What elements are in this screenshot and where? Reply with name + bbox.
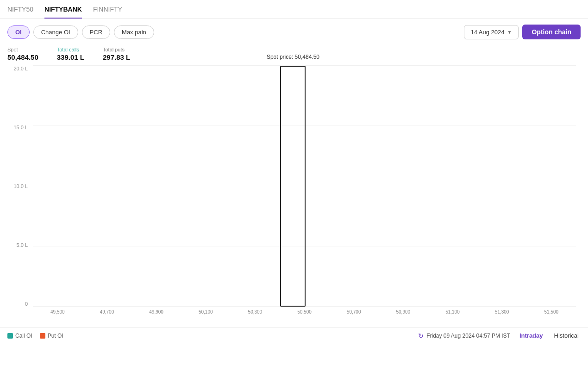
chart-area: 0 5.0 L 10.0 L 15.0 L 20.0 L Spot price:… (0, 66, 588, 325)
spot-value: 50,484.50 (7, 53, 38, 61)
y-label-5: 5.0 L (7, 242, 31, 248)
y-label-15: 15.0 L (7, 125, 31, 130)
x-label: 50,700 (329, 307, 379, 325)
change-oi-button[interactable]: Change OI (33, 25, 78, 39)
x-label: 50,100 (181, 307, 231, 325)
date-selector[interactable]: 14 Aug 2024 ▼ (464, 25, 519, 39)
calls-stat: Total calls 339.01 L (57, 47, 84, 61)
puts-label: Total puts (103, 47, 130, 52)
call-oi-legend: Call OI (7, 333, 32, 339)
nav-niftybank[interactable]: NIFTYBANK (44, 6, 82, 19)
call-color-swatch (7, 333, 13, 339)
put-color-swatch (40, 333, 45, 339)
footer-right: ↻ Friday 09 Aug 2024 04:57 PM IST Intrad… (418, 331, 581, 340)
historical-button[interactable]: Historical (552, 331, 581, 340)
call-oi-label: Call OI (15, 333, 32, 339)
x-label: 50,500 (280, 307, 329, 325)
chart-container: 0 5.0 L 10.0 L 15.0 L 20.0 L Spot price:… (7, 66, 581, 325)
stats-row: Spot 50,484.50 Total calls 339.01 L Tota… (0, 45, 588, 66)
calls-label: Total calls (57, 47, 84, 52)
x-label: 49,500 (33, 307, 82, 325)
legend: Call OI Put OI (7, 333, 63, 339)
option-chain-button[interactable]: Option chain (522, 25, 581, 39)
x-label: 51,100 (428, 307, 477, 325)
x-label: 49,700 (82, 307, 132, 325)
put-oi-label: Put OI (48, 333, 63, 339)
calls-value: 339.01 L (57, 53, 84, 61)
max-pain-button[interactable]: Max pain (114, 25, 154, 39)
spot-stat: Spot 50,484.50 (7, 47, 38, 61)
y-label-10: 10.0 L (7, 183, 31, 189)
x-label: 49,900 (131, 307, 181, 325)
chart-inner: Spot price: 50,484.50 (33, 66, 576, 307)
refresh-icon[interactable]: ↻ (418, 332, 424, 340)
footer-time: ↻ Friday 09 Aug 2024 04:57 PM IST (418, 332, 510, 340)
y-axis: 0 5.0 L 10.0 L 15.0 L 20.0 L (7, 66, 31, 307)
y-label-20: 20.0 L (7, 66, 31, 71)
top-nav: NIFTY50 NIFTYBANK FINNIFTY (0, 0, 588, 19)
toolbar: OI Change OI PCR Max pain 14 Aug 2024 ▼ … (0, 19, 588, 45)
x-label: 50,300 (231, 307, 280, 325)
x-label: 51,500 (526, 307, 576, 325)
put-oi-legend: Put OI (40, 333, 63, 339)
intraday-button[interactable]: Intraday (518, 331, 545, 340)
chevron-down-icon: ▼ (507, 30, 512, 35)
x-label: 51,300 (477, 307, 527, 325)
pcr-button[interactable]: PCR (82, 25, 110, 39)
bars-area (33, 66, 576, 307)
footer: Call OI Put OI ↻ Friday 09 Aug 2024 04:5… (0, 327, 588, 344)
nav-finnifty[interactable]: FINNIFTY (93, 6, 122, 19)
spot-label: Spot (7, 47, 38, 52)
nav-nifty50[interactable]: NIFTY50 (7, 6, 33, 19)
puts-stat: Total puts 297.83 L (103, 47, 130, 61)
y-label-0: 0 (7, 301, 31, 307)
x-axis: 49,50049,70049,90050,10050,30050,50050,7… (33, 307, 576, 325)
date-label: 14 Aug 2024 (471, 29, 505, 36)
timestamp: Friday 09 Aug 2024 04:57 PM IST (426, 333, 510, 339)
puts-value: 297.83 L (103, 53, 130, 61)
x-label: 50,900 (378, 307, 428, 325)
oi-button[interactable]: OI (7, 25, 30, 39)
